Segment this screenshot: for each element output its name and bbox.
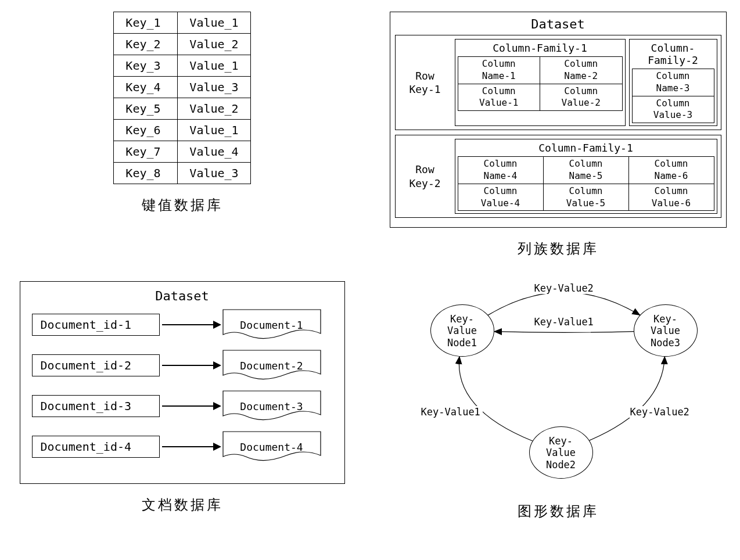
keyvalue-table: Key_1Value_1Key_2Value_2Key_3Value_1Key_… xyxy=(113,12,250,184)
keyvalue-key: Key_5 xyxy=(114,98,178,120)
arrow-icon xyxy=(162,324,220,325)
document-id: Document_id-3 xyxy=(32,395,160,417)
columnfamily-row: RowKey-2Column-Family-1ColumnName-4Colum… xyxy=(395,135,721,218)
graphdb-area: Key-ValueNode1Key-ValueNode2Key-ValueNod… xyxy=(396,281,721,490)
graph-edge-label: Key-Value2 xyxy=(532,282,596,294)
keyvalue-row: Key_7Value_4 xyxy=(114,141,250,163)
column-name: ColumnName-5 xyxy=(543,157,628,184)
columnfamily-panel: Dataset RowKey-1Column-Family-1ColumnNam… xyxy=(387,12,728,258)
documentdb-dataset: Dataset Document_id-1Document-1Document_… xyxy=(20,281,345,484)
document-label: Document-4 xyxy=(240,441,303,453)
keyvalue-row: Key_2Value_2 xyxy=(114,34,250,55)
column-value: ColumnValue-1 xyxy=(458,84,540,111)
keyvalue-value: Value_3 xyxy=(178,163,250,184)
arrow-icon xyxy=(162,446,220,447)
graph-edge xyxy=(589,357,664,440)
column-family: Column-Family-2ColumnName-3ColumnValue-3 xyxy=(629,39,717,126)
document-shape: Document-4 xyxy=(222,431,321,462)
columnfamily-dataset: Dataset RowKey-1Column-Family-1ColumnNam… xyxy=(390,12,727,228)
column-family: Column-Family-1ColumnName-1ColumnName-2C… xyxy=(455,39,626,126)
graphdb-caption: 图形数据库 xyxy=(518,502,599,520)
keyvalue-value: Value_1 xyxy=(178,120,250,141)
keyvalue-key: Key_4 xyxy=(114,77,178,98)
column-family-title: Column-Family-1 xyxy=(458,42,623,54)
keyvalue-key: Key_2 xyxy=(114,34,178,55)
graph-edge-label: Key-Value1 xyxy=(532,316,596,328)
document-id: Document_id-4 xyxy=(32,436,160,458)
column-family-title: Column-Family-2 xyxy=(632,42,714,66)
graph-edge-label: Key-Value2 xyxy=(628,406,692,418)
column-value: ColumnValue-3 xyxy=(632,96,714,123)
document-id: Document_id-2 xyxy=(32,354,160,376)
columnfamily-row: RowKey-1Column-Family-1ColumnName-1Colum… xyxy=(395,35,721,130)
keyvalue-row: Key_1Value_1 xyxy=(114,12,250,34)
column-name: ColumnName-1 xyxy=(458,57,540,84)
keyvalue-value: Value_4 xyxy=(178,141,250,163)
row-key: RowKey-1 xyxy=(399,39,451,126)
arrow-icon xyxy=(162,405,220,407)
graph-node: Key-ValueNode2 xyxy=(529,426,593,479)
keyvalue-key: Key_1 xyxy=(114,12,178,34)
documentdb-title: Dataset xyxy=(32,289,333,303)
column-name: ColumnName-3 xyxy=(632,69,714,96)
keyvalue-value: Value_2 xyxy=(178,98,250,120)
documentdb-panel: Dataset Document_id-1Document-1Document_… xyxy=(12,281,353,520)
arrow-icon xyxy=(162,365,220,366)
keyvalue-panel: Key_1Value_1Key_2Value_2Key_3Value_1Key_… xyxy=(12,12,353,258)
document-label: Document-1 xyxy=(240,319,303,331)
keyvalue-key: Key_7 xyxy=(114,141,178,163)
keyvalue-row: Key_6Value_1 xyxy=(114,120,250,141)
keyvalue-key: Key_6 xyxy=(114,120,178,141)
graph-edge xyxy=(494,332,633,333)
column-family-title: Column-Family-1 xyxy=(458,142,714,154)
column-name: ColumnName-4 xyxy=(458,157,543,184)
document-label: Document-3 xyxy=(240,400,303,412)
graphdb-panel: Key-ValueNode1Key-ValueNode2Key-ValueNod… xyxy=(387,281,728,520)
keyvalue-row: Key_5Value_2 xyxy=(114,98,250,120)
document-shape: Document-3 xyxy=(222,390,321,422)
keyvalue-key: Key_3 xyxy=(114,55,178,77)
graph-edge xyxy=(488,293,640,315)
column-family: Column-Family-1ColumnName-4ColumnName-5C… xyxy=(455,139,717,214)
graph-node: Key-ValueNode3 xyxy=(634,304,698,357)
keyvalue-row: Key_3Value_1 xyxy=(114,55,250,77)
keyvalue-value: Value_3 xyxy=(178,77,250,98)
graph-node: Key-ValueNode1 xyxy=(430,304,494,357)
keyvalue-value: Value_2 xyxy=(178,34,250,55)
columnfamily-title: Dataset xyxy=(395,17,721,31)
document-shape: Document-1 xyxy=(222,309,321,340)
keyvalue-key: Key_8 xyxy=(114,163,178,184)
document-row: Document_id-1Document-1 xyxy=(32,309,333,340)
keyvalue-caption: 键值数据库 xyxy=(142,196,223,214)
column-value: ColumnValue-4 xyxy=(458,184,543,211)
documentdb-caption: 文档数据库 xyxy=(142,496,223,514)
keyvalue-value: Value_1 xyxy=(178,12,250,34)
keyvalue-value: Value_1 xyxy=(178,55,250,77)
column-name: ColumnName-2 xyxy=(540,57,623,84)
column-value: ColumnValue-5 xyxy=(543,184,628,211)
keyvalue-row: Key_4Value_3 xyxy=(114,77,250,98)
document-row: Document_id-4Document-4 xyxy=(32,431,333,462)
graph-edge xyxy=(459,357,532,441)
column-name: ColumnName-6 xyxy=(628,157,714,184)
document-shape: Document-2 xyxy=(222,350,321,381)
columnfamily-caption: 列族数据库 xyxy=(518,239,599,258)
graph-edge-label: Key-Value1 xyxy=(419,406,483,418)
document-row: Document_id-3Document-3 xyxy=(32,390,333,422)
row-key: RowKey-2 xyxy=(399,139,451,214)
document-id: Document_id-1 xyxy=(32,314,160,336)
document-row: Document_id-2Document-2 xyxy=(32,350,333,381)
keyvalue-row: Key_8Value_3 xyxy=(114,163,250,184)
column-value: ColumnValue-6 xyxy=(628,184,714,211)
column-value: ColumnValue-2 xyxy=(540,84,623,111)
document-label: Document-2 xyxy=(240,360,303,372)
